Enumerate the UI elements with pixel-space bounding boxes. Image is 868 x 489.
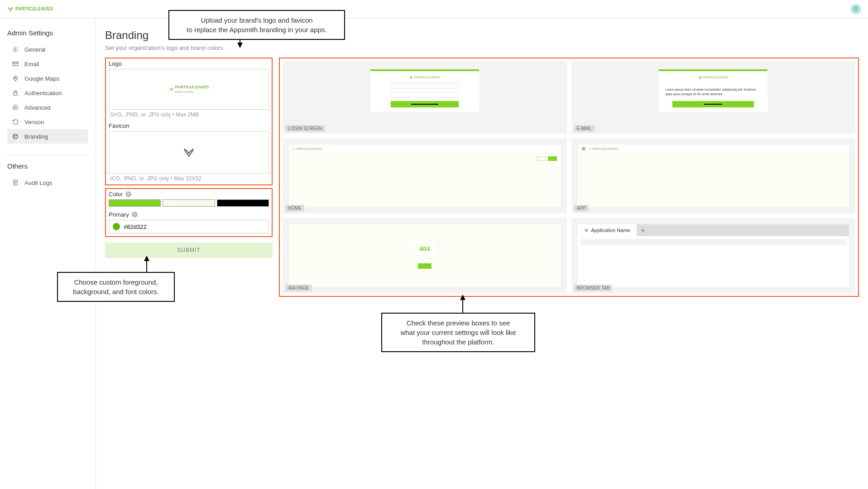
leaf-icon [584, 228, 589, 232]
swatch-primary[interactable] [109, 199, 161, 207]
logo-upload[interactable]: PARTICULEAVESEXOTIC PLANTS [109, 69, 269, 110]
tiny-logo: PARTICULEAVES [293, 147, 322, 151]
sidebar-item-label: Email [24, 61, 39, 68]
svg-point-5 [13, 105, 18, 110]
color-block: Color ? Primary ? [105, 188, 273, 237]
logo-preview: PARTICULEAVESEXOTIC PLANTS [169, 85, 209, 94]
leaf-icon [293, 147, 296, 150]
arrow-up-icon [458, 294, 467, 314]
preview-label: 404 PAGE [285, 285, 312, 291]
gear-icon [12, 46, 19, 53]
color-label: Color ? [109, 191, 269, 198]
sidebar-item-audit-logs[interactable]: Audit Logs [7, 175, 88, 190]
sidebar-item-label: Audit Logs [24, 179, 52, 186]
favicon-label: Favicon [109, 122, 269, 129]
address-bar [580, 239, 847, 245]
help-icon[interactable]: ? [125, 191, 131, 197]
fake-input [391, 83, 459, 88]
decoration-bar [659, 69, 767, 71]
preview-login: PARTICULEAVES LOGIN SCREEN [283, 61, 567, 134]
divider [7, 155, 88, 155]
mail-icon [12, 60, 19, 68]
refresh-icon [12, 118, 19, 126]
svg-point-6 [13, 134, 18, 139]
leaf-icon [698, 76, 702, 79]
help-icon[interactable]: ? [132, 212, 138, 218]
logo-hint: .SVG, .PNG, or .JPG only • Max 2MB [109, 111, 269, 118]
page-subtitle: Set your organization's logo and brand c… [105, 44, 868, 51]
sidebar-item-google-maps[interactable]: Google Maps [7, 71, 88, 86]
preview-label: APP [574, 205, 589, 212]
browser-tab: Application Name [578, 224, 637, 236]
logo-label: Logo [109, 60, 269, 67]
svg-marker-17 [144, 256, 149, 261]
sidebar-item-advanced[interactable]: Advanced [7, 100, 88, 115]
primary-label: Primary ? [109, 211, 269, 218]
tiny-logo: PARTICULEAVES [698, 76, 729, 79]
brand-name: PARTICULEAVES [15, 6, 53, 11]
palette-icon [12, 133, 19, 140]
callout-bottom: Check these preview boxes to seewhat you… [381, 313, 535, 352]
preview-label: BROWSER TAB [574, 285, 613, 291]
tiny-logo: PARTICULEAVES [589, 147, 619, 151]
leaf-icon [169, 87, 174, 92]
sidebar-item-label: Authentication [24, 90, 62, 97]
grid-icon: ⌘ [581, 146, 586, 151]
swatch-background[interactable] [163, 199, 215, 207]
callout-left: Choose custom foreground,background, and… [57, 272, 175, 302]
logo-favicon-block: Logo PARTICULEAVESEXOTIC PLANTS .SVG, .P… [105, 58, 273, 185]
svg-marker-15 [237, 43, 243, 48]
svg-point-2 [15, 77, 16, 78]
svg-point-7 [14, 136, 15, 136]
fake-button [418, 263, 432, 269]
preview-app: ⌘ PARTICULEAVES APP [571, 138, 856, 213]
preview-browser-tab: Application Name + BROWSER TAB [571, 218, 856, 293]
svg-rect-3 [14, 92, 17, 95]
tiny-logo: PARTICULEAVES [409, 76, 440, 79]
preview-label: E-MAIL [574, 125, 595, 132]
sidebar-item-general[interactable]: General [7, 42, 88, 57]
favicon-upload[interactable] [109, 131, 269, 174]
svg-marker-19 [460, 295, 465, 300]
svg-point-4 [14, 107, 16, 108]
brand-logo: PARTICULEAVES [7, 6, 53, 12]
color-swatches [109, 199, 269, 207]
sidebar-item-authentication[interactable]: Authentication [7, 86, 88, 100]
sidebar-item-branding[interactable]: Branding [7, 129, 88, 144]
fake-input [391, 92, 459, 97]
404-text: 404 [415, 242, 434, 255]
topbar: PARTICULEAVES O [0, 0, 868, 18]
lorem-text: Lorem ipsum dolor sit amet consectetur, … [665, 87, 761, 97]
fake-button [672, 101, 754, 107]
sidebar-item-label: Branding [24, 133, 48, 140]
sidebar-item-label: Advanced [24, 104, 51, 111]
document-icon [12, 179, 19, 186]
sidebar-item-version[interactable]: Version [7, 115, 88, 129]
leaf-icon [182, 147, 196, 158]
preview-label: HOME [285, 205, 304, 212]
avatar[interactable]: O [851, 4, 861, 14]
lock-icon [12, 89, 19, 97]
primary-color-input-row[interactable] [109, 220, 269, 233]
leaf-icon [7, 6, 14, 12]
preview-grid: PARTICULEAVES LOGIN SCREEN [279, 58, 859, 297]
sidebar-item-email[interactable]: Email [7, 57, 88, 71]
sidebar-section-others: Others [7, 162, 88, 170]
sidebar-item-label: Version [24, 119, 44, 126]
pin-icon [12, 75, 19, 82]
sidebar-section-admin: Admin Settings [7, 29, 88, 37]
svg-point-8 [16, 136, 16, 136]
arrow-up-icon [142, 255, 151, 273]
preview-404: 404 404 PAGE [283, 218, 567, 293]
color-dot [113, 223, 120, 230]
leaf-icon [589, 147, 592, 150]
sidebar-item-label: General [24, 46, 45, 53]
submit-button[interactable]: SUBMIT [105, 242, 273, 258]
swatch-font[interactable] [217, 199, 269, 207]
preview-home: PARTICULEAVES HOME [283, 138, 567, 213]
gear-icon [12, 104, 19, 111]
primary-color-input[interactable] [124, 223, 265, 230]
fake-button [391, 101, 459, 107]
sidebar: Admin Settings General Email Google Maps… [0, 18, 96, 489]
callout-top: Upload your brand's logo and faviconto r… [168, 10, 345, 40]
